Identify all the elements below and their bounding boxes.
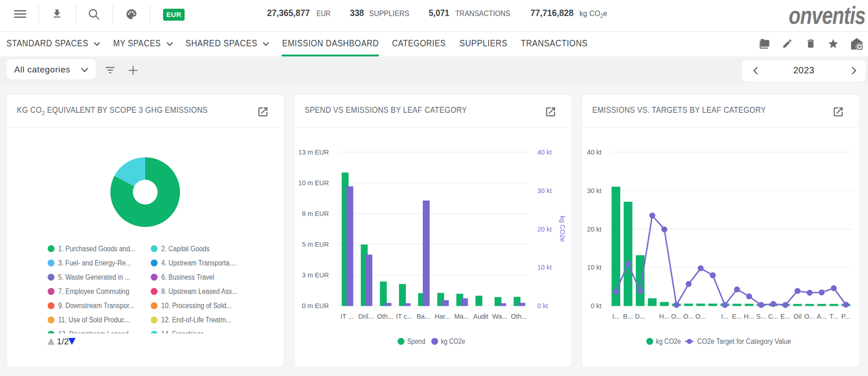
svg-text:0 kt: 0 kt bbox=[591, 302, 601, 310]
svg-text:P...: P... bbox=[841, 313, 851, 320]
svg-text:11. Use of Sold Produc...: 11. Use of Sold Produc... bbox=[58, 316, 130, 324]
svg-text:O...: O... bbox=[695, 313, 706, 320]
svg-text:kg CO2e: kg CO2e bbox=[656, 337, 681, 345]
svg-text:Oil: Oil bbox=[793, 313, 802, 320]
svg-text:Ba...: Ba... bbox=[416, 313, 430, 320]
svg-text:Oth...: Oth... bbox=[511, 313, 527, 320]
svg-text:CO2e Target for Category Value: CO2e Target for Category Value bbox=[697, 337, 791, 345]
svg-text:Wa...: Wa... bbox=[492, 313, 508, 320]
svg-text:IT ...: IT ... bbox=[340, 313, 354, 320]
svg-text:Oth...: Oth... bbox=[377, 313, 393, 320]
svg-text:kg CO2e: kg CO2e bbox=[559, 216, 566, 242]
svg-text:Har...: Har... bbox=[435, 313, 451, 320]
svg-text:I...: I... bbox=[612, 313, 620, 320]
svg-text:9. Downstream Transpor...: 9. Downstream Transpor... bbox=[58, 302, 134, 310]
svg-text:O...: O... bbox=[804, 313, 815, 320]
svg-text:D...: D... bbox=[635, 313, 645, 320]
svg-text:40 kt: 40 kt bbox=[537, 149, 551, 156]
svg-text:4. Upstream Transporta....: 4. Upstream Transporta.... bbox=[161, 259, 237, 267]
svg-text:6. Business Travel: 6. Business Travel bbox=[161, 273, 214, 281]
svg-text:E...: E... bbox=[732, 313, 742, 320]
svg-text:IT c...: IT c... bbox=[396, 313, 413, 320]
svg-text:14. Franchises: 14. Franchises bbox=[161, 330, 204, 338]
svg-text:10 m EUR: 10 m EUR bbox=[298, 179, 329, 187]
svg-text:13 m EUR: 13 m EUR bbox=[298, 149, 329, 156]
svg-text:kg CO2e: kg CO2e bbox=[441, 337, 465, 345]
svg-text:3. Fuel- and Energy-Re...: 3. Fuel- and Energy-Re... bbox=[58, 259, 131, 267]
svg-text:O...: O... bbox=[671, 313, 682, 320]
svg-text:30 kt: 30 kt bbox=[537, 187, 551, 194]
svg-text:O...: O... bbox=[683, 313, 694, 320]
svg-text:3 m EUR: 3 m EUR bbox=[302, 271, 329, 279]
svg-text:A...: A... bbox=[817, 313, 827, 320]
svg-text:10 kt: 10 kt bbox=[537, 264, 551, 271]
svg-text:13. Downstream Leased...: 13. Downstream Leased... bbox=[58, 330, 134, 338]
svg-text:0 kt: 0 kt bbox=[537, 302, 548, 310]
svg-text:12. End-of-Life Treatm...: 12. End-of-Life Treatm... bbox=[161, 316, 231, 324]
svg-text:I...: I... bbox=[721, 313, 728, 320]
svg-text:40 kt: 40 kt bbox=[587, 149, 601, 156]
svg-text:Dril...: Dril... bbox=[358, 313, 374, 320]
svg-text:30 kt: 30 kt bbox=[587, 187, 601, 194]
svg-text:8 m EUR: 8 m EUR bbox=[302, 210, 329, 217]
svg-text:T...: T... bbox=[830, 313, 838, 320]
svg-text:Ma...: Ma... bbox=[454, 313, 469, 320]
svg-text:10. Processing of Sold...: 10. Processing of Sold... bbox=[161, 302, 232, 310]
svg-text:E...: E... bbox=[781, 313, 791, 320]
svg-text:C...: C... bbox=[768, 313, 779, 320]
svg-text:5. Waste Generated in ...: 5. Waste Generated in ... bbox=[58, 273, 130, 281]
svg-text:Spend: Spend bbox=[407, 337, 426, 345]
svg-text:S...: S... bbox=[756, 313, 766, 320]
svg-text:1/2: 1/2 bbox=[57, 337, 69, 346]
svg-text:5 m EUR: 5 m EUR bbox=[302, 241, 329, 248]
svg-text:2. Capital Goods: 2. Capital Goods bbox=[161, 245, 210, 253]
svg-text:1. Purchased Goods and...: 1. Purchased Goods and... bbox=[58, 245, 136, 253]
svg-text:20 kt: 20 kt bbox=[587, 226, 601, 233]
svg-text:Audit: Audit bbox=[473, 313, 488, 320]
svg-text:0 m EUR: 0 m EUR bbox=[302, 302, 329, 310]
svg-text:10 kt: 10 kt bbox=[587, 264, 601, 271]
svg-text:8. Upstream Leased Ass...: 8. Upstream Leased Ass... bbox=[161, 288, 237, 295]
svg-text:H...: H... bbox=[744, 313, 754, 320]
svg-text:H...: H... bbox=[659, 313, 670, 320]
svg-text:20 kt: 20 kt bbox=[537, 226, 551, 233]
svg-text:B...: B... bbox=[623, 313, 633, 320]
svg-text:7. Employee Commuting: 7. Employee Commuting bbox=[58, 288, 129, 295]
